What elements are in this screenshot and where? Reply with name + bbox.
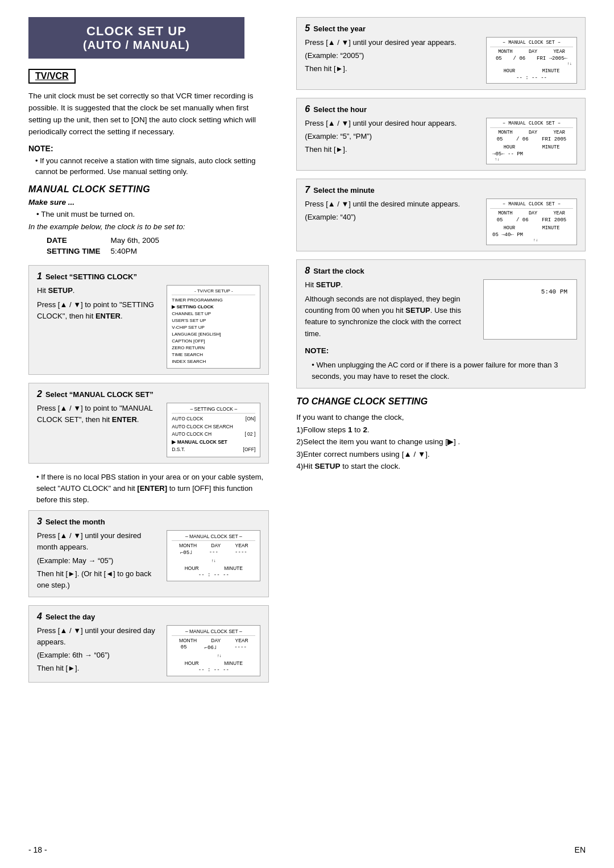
step6-box: 6Select the hour Press [▲ / ▼] until you… (296, 98, 586, 171)
step4-screen: – MANUAL CLOCK SET – MONTHDAYYEAR 05⌐06˩… (167, 625, 260, 676)
footer-lang: EN (575, 845, 586, 854)
change-item-1: 1)Follow steps 1 to 2. (296, 424, 586, 436)
step7-screen: – MANUAL CLOCK SET – MONTHDAYYEAR 05/ 06… (486, 199, 577, 245)
date-value: May 6th, 2005 (111, 235, 169, 245)
step4-title: 4Select the day (37, 611, 260, 622)
setting-time-value: 5:40PM (111, 246, 169, 256)
make-sure: Make sure ... (28, 198, 269, 206)
step8-title: 8Start the clock (305, 266, 577, 276)
step3-box: 3Select the month Press [▲ / ▼] until yo… (28, 510, 269, 597)
step6-text: Press [▲ / ▼] until your desired hour ap… (305, 118, 480, 164)
step5-title: 5Select the year (305, 23, 577, 34)
step2-text: Press [▲ / ▼] to point to "MANUAL CLOCK … (37, 403, 161, 425)
intro-text: The unit clock must be set correctly so … (28, 90, 269, 138)
note-heading: NOTE: (28, 144, 269, 153)
change-item-2: 2)Select the item you want to change usi… (296, 436, 586, 448)
note-bullet: • If you cannot receive a station with t… (35, 155, 269, 177)
step1-box: 1Select “SETTING CLOCK” Hit SETUP. Press… (28, 265, 269, 375)
step5-box: 5Select the year Press [▲ / ▼] until you… (296, 17, 586, 90)
step1-title: 1Select “SETTING CLOCK” (37, 271, 260, 282)
step3-text: Press [▲ / ▼] until your desired month a… (37, 530, 161, 591)
step7-title: 7Select the minute (305, 185, 577, 195)
step3-screen: – MANUAL CLOCK SET – MONTHDAYYEAR ⌐05˩--… (167, 530, 260, 581)
date-label: DATE (47, 235, 110, 245)
date-table: DATE May 6th, 2005 SETTING TIME 5:40PM (45, 234, 169, 257)
step4-box: 4Select the day Press [▲ / ▼] until your… (28, 605, 269, 683)
step8-note: NOTE: • When unplugging the AC cord or i… (305, 345, 577, 382)
title-sub: (AUTO / MANUAL) (40, 39, 233, 52)
step1-screen: - TV/VCR SETUP - TIMER PROGRAMMING ▶ SET… (167, 285, 260, 369)
step6-title: 6Select the hour (305, 104, 577, 114)
step2-screen: – SETTING CLOCK – AUTO CLOCK[ON] AUTO CL… (167, 403, 260, 457)
in-example: In the example below, the clock is to be… (28, 222, 269, 231)
setting-time-label: SETTING TIME (47, 246, 110, 256)
manual-clock-heading: MANUAL CLOCK SETTING (28, 184, 269, 195)
change-intro: If you want to change the clock, (296, 411, 586, 424)
make-sure-bullet: • The unit must be turned on. (36, 209, 269, 220)
step3-title: 3Select the month (37, 516, 260, 527)
change-section: To Change Clock Setting If you want to c… (296, 396, 586, 473)
page: CLOCK SET UP (AUTO / MANUAL) TV/VCR The … (0, 0, 614, 868)
tvvcr-badge: TV/VCR (28, 69, 76, 84)
step5-screen: – MANUAL CLOCK SET – MONTHDAYYEAR 05/ 06… (486, 37, 577, 84)
step8-screen: 5:40 PM (483, 279, 577, 340)
step6-screen: – MANUAL CLOCK SET – MONTHDAYYEAR 05/ 06… (486, 118, 577, 164)
title-box: CLOCK SET UP (AUTO / MANUAL) (28, 17, 244, 59)
step5-text: Press [▲ / ▼] until your desired year ap… (305, 37, 480, 84)
step8-box: 8Start the clock Hit SETUP. Although sec… (296, 259, 586, 388)
step2-bullet: • If there is no local PBS station in yo… (36, 472, 269, 506)
step4-text: Press [▲ / ▼] until your desired day app… (37, 625, 161, 675)
step1-text: Hit SETUP. Press [▲ / ▼] to point to "SE… (37, 285, 161, 322)
step7-text: Press [▲ / ▼] until the desired minute a… (305, 199, 480, 245)
change-item-3: 3)Enter correct numbers using [▲ / ▼]. (296, 448, 586, 461)
footer-page: - 18 - (28, 845, 47, 854)
change-item-4: 4)Hit SETUP to start the clock. (296, 460, 586, 473)
step8-text: Hit SETUP. Although seconds are not disp… (305, 279, 478, 340)
step2-box: 2Select “MANUAL CLOCK SET” Press [▲ / ▼]… (28, 383, 269, 464)
step2-title: 2Select “MANUAL CLOCK SET” (37, 389, 260, 399)
step7-box: 7Select the minute Press [▲ / ▼] until t… (296, 179, 586, 251)
footer: - 18 - EN (0, 845, 614, 854)
change-heading: To Change Clock Setting (296, 396, 586, 407)
title-main: CLOCK SET UP (40, 24, 233, 39)
